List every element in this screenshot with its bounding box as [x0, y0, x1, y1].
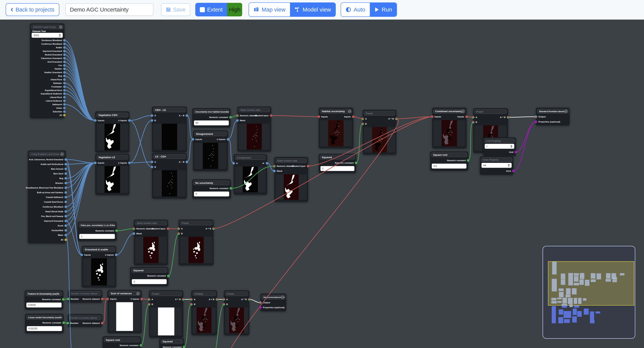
node-unitprop[interactable]: Unit PropertytUnit: [483, 137, 516, 156]
node-featureht[interactable]: Feature ht Uncertainty (var)%Numeric con…: [25, 290, 63, 310]
run-button[interactable]: Run: [370, 3, 396, 17]
node-title-field[interactable]: Power: [225, 291, 248, 296]
node-value-input[interactable]: 0.0016: [26, 303, 62, 307]
node-select[interactable]: t: [485, 144, 514, 149]
node-falsepos[interactable]: False pos. uncertainty 1 s.d. tC/haNumer…: [78, 222, 116, 241]
node-disagreement[interactable]: DisagreementInputs∪ Inputs: [193, 130, 228, 171]
node-value-input[interactable]: 0.5: [432, 164, 466, 168]
node-title-field[interactable]: Multiply: [193, 291, 216, 296]
node-title-field[interactable]: Square root: [431, 152, 467, 157]
node-title-field[interactable]: Uncertainty tree habitat boundary: [194, 109, 229, 114]
node-stddev[interactable]: Standard Deviation absolute?OutputProper…: [536, 108, 570, 125]
node-vegle[interactable]: Vegetation LEInputs∪ Inputs: [95, 154, 129, 195]
node-value-input[interactable]: 2: [320, 166, 354, 171]
node-title-field[interactable]: Number to numeric dataset: [70, 291, 101, 296]
port-label: Arable and Horticultural: [40, 163, 63, 165]
node-title-field[interactable]: Mask numeric data: [135, 221, 167, 225]
node-grassland[interactable]: Grassland & arableInputs∪ Inputs: [82, 246, 116, 287]
node-title-field[interactable]: Mask numeric data: [238, 108, 270, 112]
node-power3[interactable]: PowerAA ^ BB: [179, 220, 214, 265]
extent-button[interactable]: Extent: [195, 3, 227, 17]
node-title-field[interactable]: Standard Deviation absolute: [537, 109, 568, 113]
map-view-button[interactable]: Map view: [249, 3, 290, 17]
help-icon[interactable]: ?: [461, 110, 464, 113]
node-mask3[interactable]: Mask numeric dataNumeric datasetMasked l…: [134, 220, 168, 265]
node-squared1[interactable]: SquaredNumeric constant2: [319, 154, 356, 173]
node-power4[interactable]: PowerAA ^ BB: [149, 290, 183, 338]
node-title-field[interactable]: Feature ht Uncertainty (var)%: [26, 291, 62, 296]
node-title-field[interactable]: Squared: [132, 268, 167, 273]
node-habitat[interactable]: Habitat uncertainty?InputsInputs: [319, 108, 353, 148]
node-title-field[interactable]: Square root: [104, 338, 140, 342]
node-mask1[interactable]: Mask numeric dataNumeric datasetMasked l…: [238, 106, 271, 152]
node-power5[interactable]: PowerAA ^ BB: [224, 290, 249, 335]
resolution-badge[interactable]: High: [227, 3, 242, 17]
auto-button[interactable]: Auto: [341, 3, 370, 17]
node-select[interactable]: 2021: [32, 33, 63, 38]
node-title-field[interactable]: Squared: [320, 155, 355, 159]
node-title-field[interactable]: Sum of variances: [109, 291, 140, 296]
node-ukceh[interactable]: UKCEH Land Cover?Dataset Year2021Deciduo…: [30, 23, 64, 118]
node-combined[interactable]: Combined uncertainty?InputsInputs: [432, 108, 466, 148]
node-title-field[interactable]: UKCEH Land Cover: [31, 25, 63, 29]
node-n2d1[interactable]: Number to numeric datasetNumberNumeric d…: [68, 290, 102, 303]
node-squareroot1[interactable]: Square rootNumeric constant0.5: [430, 151, 468, 171]
node-measurement[interactable]: Measurement/parameter unc?OutputProperti…: [260, 293, 286, 311]
node-title-field[interactable]: No uncertainty: [194, 181, 230, 185]
node-title-field[interactable]: LE - CEH: [153, 154, 186, 159]
node-title-field[interactable]: Area Property: [481, 157, 512, 162]
node-vegceh[interactable]: Vegetation CEHInputs∪ Inputs: [95, 111, 129, 152]
node-squareroot2[interactable]: Square rootNumeric constant: [103, 336, 141, 348]
node-nouncert[interactable]: No uncertaintyNumeric constant0: [192, 179, 231, 199]
node-title-field[interactable]: Power: [180, 221, 212, 225]
project-name-input[interactable]: [65, 4, 154, 16]
node-squared3[interactable]: SquaredNumeric constant: [159, 338, 184, 348]
node-le[interactable]: Living England Land Cover?Acid, Calcareo…: [28, 150, 66, 243]
help-icon[interactable]: ?: [348, 110, 351, 113]
node-linearmodel[interactable]: Linear model Uncertainty (var)%Numeric c…: [25, 314, 64, 333]
save-button[interactable]: Save: [161, 3, 190, 16]
node-leceh[interactable]: LE - CEHAA – BB: [152, 153, 187, 199]
node-squared2[interactable]: SquaredNumeric constant2: [130, 267, 168, 286]
node-value-input[interactable]: 1: [79, 234, 115, 239]
node-title-field[interactable]: Combined uncertainty: [433, 109, 465, 113]
node-power1[interactable]: PowerAA ^ BB: [363, 110, 396, 154]
node-title-field[interactable]: Grassland & arable: [83, 247, 115, 252]
node-mask2[interactable]: Mask numeric dataNumeric datasetMasked l…: [274, 157, 308, 202]
node-title-field[interactable]: Power: [150, 291, 182, 296]
node-value-input[interactable]: 2: [132, 279, 167, 284]
node-value-input[interactable]: 0: [194, 192, 229, 197]
node-title-field[interactable]: Habitat uncertainty: [320, 109, 352, 113]
node-areaprop[interactable]: Area PropertyhaArea: [480, 156, 514, 175]
node-title-field[interactable]: Unit Property: [484, 138, 515, 143]
node-title-field[interactable]: Disagreement: [194, 132, 227, 136]
back-to-projects-button[interactable]: ‹ Back to projects: [6, 3, 59, 16]
minimap[interactable]: [542, 246, 635, 338]
node-title-field[interactable]: Living England Land Cover: [29, 152, 64, 156]
node-title-field[interactable]: Linear model Uncertainty (var)%: [26, 315, 62, 319]
node-value-input[interactable]: 0.02225: [27, 326, 62, 331]
node-title-field[interactable]: CEH - LE: [153, 108, 186, 112]
node-title-field[interactable]: Number to numeric dataset: [69, 315, 101, 320]
stepper-icon[interactable]: [59, 34, 61, 37]
node-select[interactable]: ha: [482, 163, 512, 168]
stepper-icon[interactable]: [508, 164, 510, 167]
node-multiply[interactable]: MultiplyAA × BB: [191, 290, 217, 335]
model-view-button[interactable]: Model view: [290, 3, 335, 17]
node-sumvar[interactable]: Sum of variances?InputsΣ Inputs: [108, 290, 142, 333]
node-title-field[interactable]: Mask numeric data: [276, 158, 307, 163]
node-title-field[interactable]: Vegetation LE: [96, 155, 128, 159]
node-title-field[interactable]: False pos. uncertainty 1 s.d. tC/ha: [79, 223, 116, 227]
node-title-field[interactable]: Vegetation CEH: [96, 113, 128, 117]
node-n2d2[interactable]: Number to numeric datasetNumberNumeric d…: [68, 314, 102, 327]
node-title-field[interactable]: Complement: [235, 155, 266, 160]
node-uncerttree[interactable]: Uncertainty tree habitat boundaryNumeric…: [192, 108, 230, 128]
help-icon[interactable]: ?: [136, 292, 140, 295]
node-complement[interactable]: ComplementAA′: [234, 154, 267, 195]
node-value-input[interactable]: 60: [194, 120, 229, 125]
stepper-icon[interactable]: [510, 145, 512, 148]
node-title-field[interactable]: Power: [364, 111, 395, 116]
node-title-field[interactable]: Squared: [160, 339, 183, 344]
node-title-field[interactable]: Power: [474, 109, 507, 114]
node-cehle[interactable]: CEH - LEAA – BB: [152, 106, 187, 152]
